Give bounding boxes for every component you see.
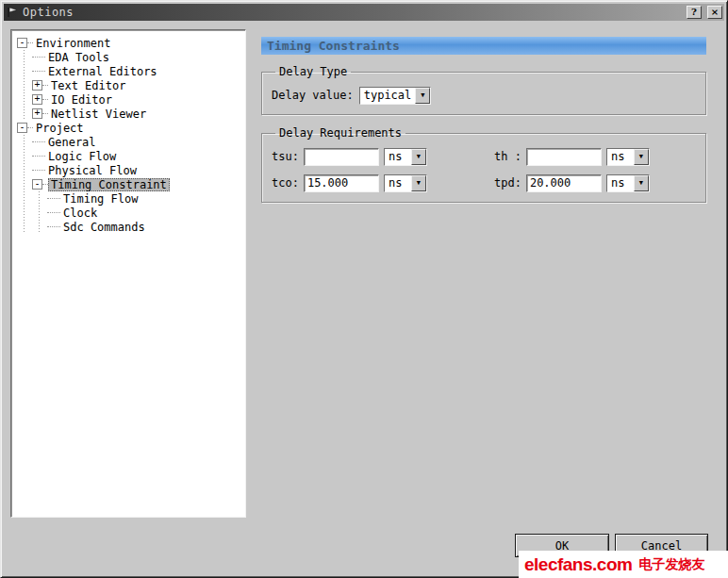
delay-value-input[interactable] <box>304 148 379 166</box>
tree-item[interactable]: Physical Flow <box>17 163 243 177</box>
delay-value-input[interactable] <box>526 174 602 192</box>
chevron-down-icon[interactable]: ▼ <box>411 175 426 191</box>
tree-item-label[interactable]: General <box>45 136 99 149</box>
watermark-chinese: 电子发烧友 <box>638 556 704 573</box>
tree-guide-line <box>17 177 32 191</box>
tree-item[interactable]: -Project <box>17 121 243 135</box>
tree-item[interactable]: +Netlist Viewer <box>17 107 243 121</box>
delay-field-label: tco: <box>272 176 299 190</box>
tree-item[interactable]: -Environment <box>17 36 243 50</box>
tree-item[interactable]: General <box>17 135 243 149</box>
delay-field: tsu:ns▼ <box>272 147 494 166</box>
delay-value-input[interactable] <box>304 174 379 192</box>
tree-guide-line <box>17 163 32 177</box>
delay-value-input[interactable] <box>526 148 602 166</box>
titlebar[interactable]: Options ? × <box>4 4 724 21</box>
tree-item[interactable]: -Timing Constraint <box>17 177 243 191</box>
tree-connector <box>32 141 45 142</box>
unit-selected: ns <box>607 175 634 191</box>
chevron-down-icon[interactable]: ▼ <box>634 149 649 165</box>
tree-guide-line <box>17 191 32 206</box>
unit-select[interactable]: ns▼ <box>606 174 650 192</box>
unit-selected: ns <box>385 175 411 191</box>
delay-value-row: Delay value: typical ▼ <box>272 86 696 105</box>
collapse-icon[interactable]: - <box>17 38 27 48</box>
window-icon[interactable] <box>6 6 19 19</box>
help-button[interactable]: ? <box>687 6 702 19</box>
tree-item[interactable]: External Editors <box>17 64 243 78</box>
delay-value-label: Delay value: <box>272 89 354 102</box>
tree-item-label[interactable]: Physical Flow <box>45 164 140 177</box>
tree-item-label[interactable]: Text Editor <box>48 79 128 92</box>
chevron-down-icon[interactable]: ▼ <box>411 149 426 165</box>
unit-selected: ns <box>385 149 411 165</box>
delay-field: tpd:ns▼ <box>494 173 696 192</box>
chevron-down-icon[interactable]: ▼ <box>634 175 649 191</box>
unit-selected: ns <box>607 149 634 165</box>
delay-requirements-legend: Delay Requirements <box>275 126 405 140</box>
tree-item-label[interactable]: Sdc Commands <box>60 221 148 234</box>
tree-connector <box>32 57 45 58</box>
content-pane: Timing Constraints Delay Type Delay valu… <box>261 37 706 214</box>
unit-select[interactable]: ns▼ <box>606 148 650 166</box>
tree-guide-line <box>17 149 32 163</box>
tree-item-label[interactable]: Netlist Viewer <box>48 107 149 121</box>
tree-item[interactable]: +Text Editor <box>17 78 243 92</box>
tree-item-label[interactable]: External Editors <box>45 65 160 78</box>
options-dialog: Options ? × -EnvironmentEDA ToolsExterna… <box>0 0 728 578</box>
delay-field: tco:ns▼ <box>272 173 494 192</box>
tree-item-label[interactable]: Timing Flow <box>60 192 141 206</box>
watermark: elecfans.com 电子发烧友 <box>519 551 728 578</box>
tree-guide-line <box>17 78 32 92</box>
tree-item[interactable]: Logic Flow <box>17 149 243 163</box>
tree-guide-line <box>17 206 32 220</box>
tree-item-label[interactable]: Logic Flow <box>45 150 119 163</box>
expand-icon[interactable]: + <box>32 94 42 105</box>
tree-connector <box>47 198 60 199</box>
close-button[interactable]: × <box>707 6 722 19</box>
window-title: Options <box>23 6 74 19</box>
delay-requirements-group: Delay Requirements tsu:ns▼th :ns▼tco:ns▼… <box>261 126 706 203</box>
tree-item-label[interactable]: EDA Tools <box>45 51 112 64</box>
tree-item-label[interactable]: Timing Constraint <box>48 178 170 191</box>
tree-connector <box>32 170 45 171</box>
tree-guide-line <box>17 50 32 64</box>
tree-item[interactable]: Timing Flow <box>17 191 243 206</box>
delay-value-select[interactable]: typical ▼ <box>359 87 432 105</box>
tree-item-label[interactable]: Project <box>33 122 87 135</box>
collapse-icon[interactable]: - <box>32 179 42 190</box>
tree-guide-line <box>17 220 32 234</box>
tree-connector <box>32 71 45 72</box>
delay-field-label: tpd: <box>494 176 521 190</box>
tree-guide-line <box>17 92 32 107</box>
delay-field-label: tsu: <box>272 150 299 163</box>
chevron-down-icon[interactable]: ▼ <box>415 88 430 104</box>
delay-value-selected: typical <box>360 88 416 104</box>
tree-guide-line <box>32 191 47 206</box>
tree-item[interactable]: EDA Tools <box>17 50 243 64</box>
tree-item[interactable]: Clock <box>17 206 243 220</box>
tree-connector <box>47 226 60 227</box>
tree-connector <box>32 156 45 157</box>
tree-item-label[interactable]: IO Editor <box>48 93 115 107</box>
collapse-icon[interactable]: - <box>17 123 27 133</box>
tree-item-label[interactable]: Environment <box>33 37 113 50</box>
delay-fields-grid: tsu:ns▼th :ns▼tco:ns▼tpd:ns▼ <box>272 147 696 192</box>
expand-icon[interactable]: + <box>32 108 42 119</box>
unit-select[interactable]: ns▼ <box>384 174 427 192</box>
tree-guide-line <box>17 135 32 149</box>
delay-type-legend: Delay Type <box>275 65 351 78</box>
tree-guide-line <box>32 206 47 220</box>
page-title: Timing Constraints <box>261 37 706 55</box>
tree-connector <box>47 212 60 213</box>
delay-type-group: Delay Type Delay value: typical ▼ <box>261 65 706 115</box>
delay-field: th :ns▼ <box>494 147 696 166</box>
expand-icon[interactable]: + <box>32 80 42 91</box>
tree-guide-line <box>17 107 32 121</box>
tree-item-label[interactable]: Clock <box>60 206 100 220</box>
tree-item[interactable]: Sdc Commands <box>17 220 243 234</box>
delay-field-label: th : <box>494 150 521 163</box>
unit-select[interactable]: ns▼ <box>384 148 427 166</box>
options-tree[interactable]: -EnvironmentEDA ToolsExternal Editors+Te… <box>10 29 246 518</box>
tree-item[interactable]: +IO Editor <box>17 92 243 107</box>
